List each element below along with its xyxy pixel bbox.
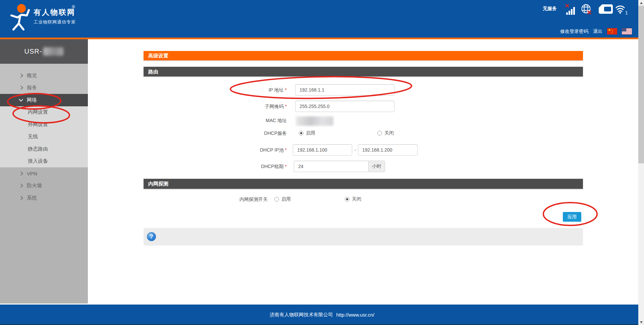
form-row-dhcp-pool: DHCP IP池* - (144, 144, 583, 156)
page-footer: 济南有人物联网技术有限公司 http://www.usr.cn/ (0, 305, 644, 325)
section-title-lan-probe: 内网探测 (144, 179, 583, 189)
radio-button-checked[interactable] (345, 197, 350, 202)
required-mark: * (285, 164, 287, 169)
scroll-up-arrow-icon (640, 2, 643, 4)
sidebar-item-network[interactable]: 网络 (0, 94, 88, 106)
lan-probe-switch-label: 内网探测开关 (144, 195, 268, 204)
section-title-route: 路由 (144, 67, 583, 76)
scrollbar-thumb[interactable] (638, 6, 644, 163)
sidebar-item-label: 无线 (28, 133, 38, 140)
footer-url-link[interactable]: http://www.usr.cn/ (336, 312, 374, 318)
probe-disable-option[interactable]: 关闭 (345, 195, 361, 204)
probe-enable-label: 启用 (281, 196, 291, 202)
sidebar-item-static-route[interactable]: 静态路由 (0, 143, 88, 155)
usa-flag-canton (622, 28, 626, 32)
apply-button[interactable]: 应用 (563, 212, 581, 222)
china-flag-small-stars (611, 29, 612, 30)
chevron-right-icon (19, 73, 23, 78)
cellular-status-text: 无服务 (543, 6, 557, 12)
required-mark: * (285, 147, 287, 153)
sidebar-item-services[interactable]: 服务 (0, 82, 88, 94)
subnet-mask-label: 子网掩码* (144, 101, 287, 112)
dhcp-disable-label: 关闭 (384, 130, 394, 136)
sidebar-item-label: 服务 (27, 85, 37, 91)
scroll-down-arrow-icon (640, 321, 643, 323)
form-row-mac: MAC 地址 (144, 116, 583, 126)
chevron-down-icon (19, 97, 23, 102)
probe-enable-option[interactable]: 启用 (274, 195, 291, 204)
globe-offline-icon (581, 4, 592, 15)
dhcp-disable-option[interactable]: 关闭 (377, 128, 394, 138)
top-header: 有人物联网 ® 工业物联网通信专家 无服务 (0, 0, 644, 38)
redacted-mac-address (296, 116, 333, 126)
sidebar-menu-gap (0, 64, 88, 69)
radio-button[interactable] (377, 131, 382, 136)
scrollbar-down-button[interactable] (638, 319, 644, 325)
usa-flag-icon[interactable] (622, 28, 632, 35)
dhcp-lease-input-group: 小时 (294, 161, 385, 172)
form-row-dhcp-service: DHCP服务 启用 关闭 (144, 128, 583, 138)
pool-range-separator: - (354, 144, 357, 156)
sidebar: USR- 概览 服务 网络 内网设置 外网设置 无线 (0, 39, 88, 304)
probe-disable-label: 关闭 (352, 196, 361, 202)
change-password-link[interactable]: 修改登录密码 (560, 29, 588, 35)
sidebar-item-overview[interactable]: 概览 (0, 69, 88, 82)
logout-link[interactable]: 退出 (593, 29, 602, 35)
ip-address-input[interactable] (295, 84, 394, 96)
sidebar-item-label: 网络 (27, 97, 37, 103)
vertical-scrollbar[interactable] (638, 0, 644, 325)
help-bar: ? (144, 228, 583, 246)
dhcp-enable-option[interactable]: 启用 (299, 128, 315, 138)
dhcp-pool-end-input[interactable] (358, 144, 418, 156)
sidebar-nav: 概览 服务 网络 内网设置 外网设置 无线 静态路由 接 (0, 69, 88, 204)
dhcp-lease-input[interactable] (294, 161, 368, 172)
radio-button[interactable] (274, 197, 279, 202)
sidebar-item-vpn[interactable]: VPN (0, 167, 88, 180)
form-row-lan-probe-switch: 内网探测开关 启用 关闭 (144, 195, 583, 204)
sim-card-icon (598, 4, 613, 14)
form-row-subnet-mask: 子网掩码* (144, 101, 583, 112)
device-name-prefix: USR- (24, 48, 42, 55)
scrollbar-up-button[interactable] (638, 0, 644, 6)
radio-button-checked[interactable] (299, 131, 304, 136)
sidebar-item-lan-settings[interactable]: 内网设置 (0, 106, 88, 119)
dhcp-service-label: DHCP服务 (144, 128, 287, 138)
page-title: 高级设置 (144, 51, 583, 60)
china-flag-icon[interactable]: ★ (607, 28, 617, 35)
dhcp-lease-label: DHCP租期* (144, 161, 287, 172)
sidebar-item-firewall[interactable]: 防火墙 (0, 180, 88, 192)
sidebar-item-label: 外网设置 (28, 121, 48, 128)
chevron-right-icon (19, 86, 23, 90)
chevron-right-icon (19, 196, 23, 200)
dhcp-pool-start-input[interactable] (293, 144, 352, 156)
sidebar-item-wireless[interactable]: 无线 (0, 131, 88, 143)
main-content: 高级设置 路由 IP 地址* 子网掩码* MAC 地址 DHCP服务 启用 关闭 (88, 39, 638, 304)
signal-bars-no-service-icon (565, 3, 576, 15)
chevron-right-icon (19, 171, 23, 176)
router-admin-page: 有人物联网 ® 工业物联网通信专家 无服务 (0, 0, 644, 325)
redacted-device-model (43, 47, 63, 56)
lease-unit-addon: 小时 (368, 161, 385, 172)
sidebar-item-label: 内网设置 (28, 109, 48, 115)
sidebar-item-label: 静态路由 (28, 146, 48, 152)
required-mark: * (285, 87, 287, 93)
wifi-icon: 1 (615, 4, 630, 15)
form-row-dhcp-lease: DHCP租期* 小时 (144, 161, 583, 172)
sidebar-item-access-devices[interactable]: 接入设备 (0, 155, 88, 168)
wifi-count: 1 (625, 10, 628, 15)
ip-address-label: IP 地址* (144, 84, 287, 96)
form-row-ip: IP 地址* (144, 84, 583, 96)
usr-person-logo-icon (9, 3, 32, 32)
registered-trademark-icon: ® (72, 4, 75, 9)
header-links: 修改登录密码 退出 ★ (560, 28, 632, 35)
sidebar-item-label: 接入设备 (28, 158, 48, 164)
mac-address-label: MAC 地址 (144, 116, 287, 125)
sidebar-item-wan-settings[interactable]: 外网设置 (0, 118, 88, 131)
help-question-icon[interactable]: ? (147, 232, 156, 241)
sidebar-item-label: 概览 (27, 72, 37, 79)
subnet-mask-input[interactable] (295, 101, 394, 112)
required-mark: * (285, 104, 287, 109)
sidebar-item-system[interactable]: 系统 (0, 192, 88, 204)
sidebar-item-label: 防火墙 (27, 182, 42, 189)
brand-title: 有人物联网 (34, 7, 75, 17)
